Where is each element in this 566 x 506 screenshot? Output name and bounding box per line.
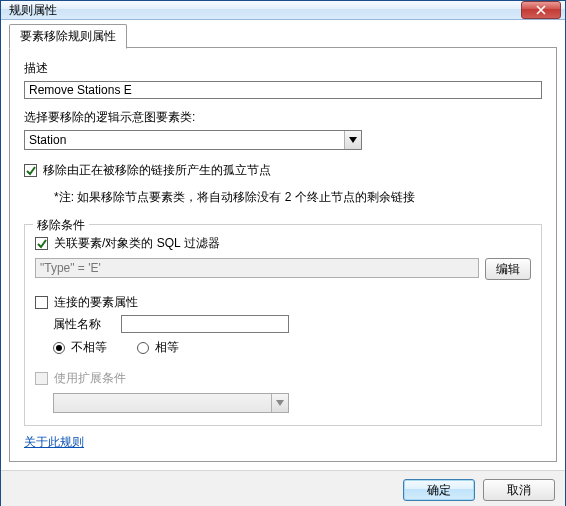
conditions-group: 移除条件 关联要素/对象类的 SQL 过滤器 编辑 连接的要素属性 bbox=[24, 224, 542, 426]
radio-equal[interactable] bbox=[137, 342, 149, 354]
dropdown-button[interactable] bbox=[344, 131, 361, 149]
ok-button[interactable]: 确定 bbox=[403, 479, 475, 501]
chevron-down-icon bbox=[276, 400, 284, 406]
orphan-checkbox-label: 移除由正在被移除的链接所产生的孤立节点 bbox=[43, 162, 271, 179]
description-input[interactable] bbox=[24, 81, 542, 99]
note-text: *注: 如果移除节点要素类，将自动移除没有 2 个终止节点的剩余链接 bbox=[54, 189, 542, 206]
sql-filter-label: 关联要素/对象类的 SQL 过滤器 bbox=[54, 235, 220, 252]
description-label: 描述 bbox=[24, 60, 542, 77]
chevron-down-icon bbox=[349, 137, 357, 143]
cancel-button[interactable]: 取消 bbox=[483, 479, 555, 501]
check-icon bbox=[26, 166, 36, 176]
tab-label: 要素移除规则属性 bbox=[20, 29, 116, 43]
about-rule-link[interactable]: 关于此规则 bbox=[24, 434, 542, 451]
extended-label: 使用扩展条件 bbox=[54, 370, 126, 387]
radio-equal-wrap[interactable]: 相等 bbox=[137, 339, 179, 356]
tabstrip: 要素移除规则属性 bbox=[9, 26, 557, 48]
connected-attr-checkbox[interactable] bbox=[35, 296, 48, 309]
close-icon bbox=[536, 5, 546, 15]
check-icon bbox=[37, 239, 47, 249]
tab-rule-properties[interactable]: 要素移除规则属性 bbox=[9, 24, 127, 49]
footer: 确定 取消 bbox=[1, 470, 565, 506]
dropdown-button-disabled bbox=[271, 394, 288, 412]
class-select[interactable]: Station bbox=[24, 130, 362, 150]
radio-not-equal[interactable] bbox=[53, 342, 65, 354]
window-title: 规则属性 bbox=[9, 2, 521, 19]
svg-marker-0 bbox=[349, 137, 357, 143]
sql-filter-input[interactable] bbox=[35, 258, 479, 278]
attr-name-label: 属性名称 bbox=[53, 316, 101, 333]
close-button[interactable] bbox=[521, 1, 561, 19]
connected-attr-label: 连接的要素属性 bbox=[54, 294, 138, 311]
radio-equal-label: 相等 bbox=[155, 339, 179, 356]
class-select-label: 选择要移除的逻辑示意图要素类: bbox=[24, 109, 542, 126]
sql-filter-row: 关联要素/对象类的 SQL 过滤器 bbox=[35, 235, 531, 252]
orphan-checkbox-row: 移除由正在被移除的链接所产生的孤立节点 bbox=[24, 162, 542, 179]
titlebar: 规则属性 bbox=[1, 1, 565, 20]
extended-row: 使用扩展条件 bbox=[35, 370, 531, 387]
connected-attr-row: 连接的要素属性 bbox=[35, 294, 531, 311]
orphan-checkbox[interactable] bbox=[24, 164, 37, 177]
class-select-value: Station bbox=[25, 133, 344, 147]
svg-marker-1 bbox=[276, 400, 284, 406]
radio-not-equal-wrap[interactable]: 不相等 bbox=[53, 339, 107, 356]
conditions-legend: 移除条件 bbox=[33, 217, 89, 234]
sql-filter-checkbox[interactable] bbox=[35, 237, 48, 250]
radio-not-equal-label: 不相等 bbox=[71, 339, 107, 356]
extended-checkbox bbox=[35, 372, 48, 385]
extended-select bbox=[53, 393, 289, 413]
edit-button[interactable]: 编辑 bbox=[485, 258, 531, 280]
attr-name-input[interactable] bbox=[121, 315, 289, 333]
tab-panel: 描述 选择要移除的逻辑示意图要素类: Station 移除由正在被移除的链接所产… bbox=[9, 48, 557, 462]
